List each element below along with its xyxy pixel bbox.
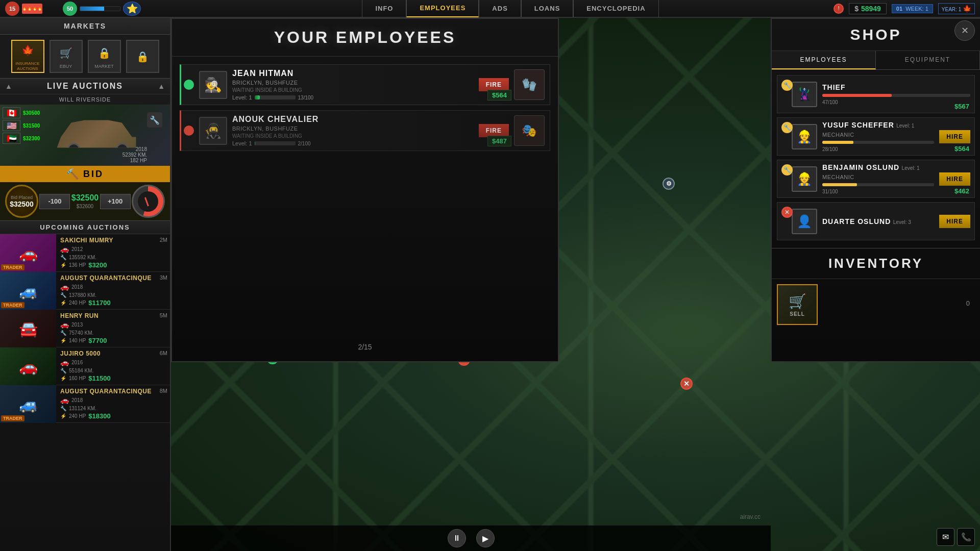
employee-info-1: JEAN HITMAN BRICKLYN, BUSHFUZE WAITING I… (232, 69, 474, 101)
shop-tab-equipment[interactable]: EQUIPMENT (876, 51, 980, 69)
hire-benjamin-button[interactable]: HIRE (939, 172, 970, 186)
inventory-count: 0 (966, 299, 970, 307)
sell-label: SELL (790, 311, 805, 317)
employee-list: 🕵️ JEAN HITMAN BRICKLYN, BUSHFUZE WAITIN… (172, 57, 558, 159)
badge-5: TRADER (1, 413, 24, 422)
auction-km-2: 🔧 137880 KM. (60, 292, 156, 298)
shop-panel: SHOP EMPLOYEES EQUIPMENT 🔧 🦹 THIEF 47/10… (771, 18, 980, 362)
auction-km-3: 🔧 75740 KM. (60, 330, 156, 336)
close-button[interactable]: ✕ (954, 20, 975, 41)
duarte-info: DUARTE OSLUND Level: 3 (822, 217, 934, 226)
employee-thumb-1: 🧤 (514, 69, 545, 100)
phone-icon[interactable]: 📞 (957, 528, 975, 546)
km-icon-5: 🔧 (60, 406, 66, 411)
inventory-title: INVENTORY (772, 248, 980, 279)
auction-flags: 🇨🇦 $30500 🇺🇸 $31500 🇦🇪 $32300 (3, 107, 40, 144)
employee-card-1: 🕵️ JEAN HITMAN BRICKLYN, BUSHFUZE WAITIN… (180, 64, 550, 105)
market-market[interactable]: 🔒 MARKET (88, 40, 121, 73)
year-3: 2013 (71, 322, 83, 328)
benjamin-role: MECHANIC (822, 174, 854, 180)
employee-thumb-2: 🎭 (514, 115, 545, 146)
upcoming-auctions-header: UPCOMING AUCTIONS (0, 220, 170, 234)
auction-item-3[interactable]: 🚘 HENRY RUN 🚗 2013 🔧 75740 KM. ⚡ 140 HP … (0, 310, 170, 347)
inventory-section: INVENTORY 🛒 SELL 0 (772, 248, 980, 330)
auction-img-5: 🚙 TRADER (0, 385, 56, 423)
bid-controls: Bid Placed $32500 -100 $32500 $32600 +10… (0, 182, 170, 220)
bid-placed-amount: $32500 (10, 200, 34, 208)
bid-label: BID (83, 169, 104, 180)
insurance-label: INSURANCEAUCTIONS (15, 61, 39, 71)
badge-1: TRADER (1, 262, 24, 271)
auction-item-5[interactable]: 🚙 TRADER AUGUST QUARANTACINQUE 🚗 2018 🔧 … (0, 385, 170, 423)
shop-tab-employees[interactable]: EMPLOYEES (772, 51, 876, 69)
benjamin-exp-bar-container (822, 183, 934, 186)
live-auctions-title: LIVE AUCTIONS (17, 82, 153, 91)
auction-item-1[interactable]: 🚗 TRADER SAKICHI MUMRY 🚗 2012 🔧 135592 K… (0, 234, 170, 272)
auction-img-4: 🚗 (0, 347, 56, 385)
nav-info[interactable]: INFO (362, 0, 406, 17)
auction-item-4[interactable]: 🚗 JUJIRO 5000 🚗 2016 🔧 55184 KM. ⚡ 160 H… (0, 347, 170, 385)
nav-ads[interactable]: ADS (479, 0, 521, 17)
timer-5: 8M (160, 385, 170, 394)
live-auctions-chevron-down[interactable]: ▲ (158, 82, 165, 90)
top-bar-right: ! $ 58949 01 WEEK: 1 YEAR: 1 🍁 (801, 3, 980, 14)
employee-level-row-1: Level: 1 13/100 (232, 94, 474, 101)
hire-duarte-button[interactable]: HIRE (939, 215, 970, 228)
pause-button[interactable]: ⏸ (448, 529, 466, 547)
auction-info-4: JUJIRO 5000 🚗 2016 🔧 55184 KM. ⚡ 160 HP … (56, 347, 160, 385)
map-marker-close-3[interactable]: ✕ (680, 378, 693, 390)
auction-km-5: 🔧 131124 KM. (60, 406, 156, 411)
auction-name-1: SAKICHI MUMRY (60, 237, 156, 244)
play-icon: ▶ (482, 534, 488, 543)
wrench-badge-2: 🔧 (781, 122, 793, 133)
hire-yusuf-button[interactable]: HIRE (939, 130, 970, 143)
sell-slot[interactable]: 🛒 SELL (777, 284, 818, 325)
bid-minus-button[interactable]: -100 (39, 194, 70, 209)
car-wheel-left (67, 143, 80, 156)
star-icon: ⭐ (123, 2, 141, 16)
auction-name-5: AUGUST QUARANTACINQUE (60, 388, 156, 395)
timer-2: 3M (160, 272, 170, 281)
alert-icon: ! (834, 4, 844, 14)
score-count: 50 (67, 6, 73, 12)
auction-img-3: 🚘 (0, 310, 56, 347)
live-auctions-header: ▲ LIVE AUCTIONS ▲ (0, 78, 170, 94)
exp-bar-fill-2 (255, 141, 256, 145)
thief-price: $567 (954, 103, 969, 110)
markets-title: MARKETS (64, 22, 106, 30)
auction-item-2[interactable]: 🚙 TRADER AUGUST QUARANTACINQUE 🚗 2018 🔧 … (0, 272, 170, 310)
map-marker-gear[interactable]: ⚙ (663, 178, 675, 190)
live-auctions-chevron-up[interactable]: ▲ (5, 82, 12, 90)
upcoming-auctions-title: UPCOMING AUCTIONS (40, 223, 130, 231)
fire-bar: 🔥🔥🔥🔥 (22, 4, 42, 14)
year-2: 2018 (71, 284, 83, 290)
shop-list: 🔧 🦹 THIEF 47/100 $567 🔧 👷 YUSUF SCHEFFER… (772, 70, 980, 245)
km-icon-3: 🔧 (60, 330, 66, 336)
benjamin-exp-text: 31/100 (822, 189, 838, 194)
market-insurance-auctions[interactable]: 🍁 INSURANCEAUCTIONS (11, 40, 44, 73)
mail-icon[interactable]: ✉ (937, 528, 954, 546)
bid-plus-button[interactable]: +100 (100, 194, 131, 209)
bid-current-amount: $32500 (71, 193, 99, 203)
market-locked[interactable]: 🔒 (126, 40, 159, 73)
car-year: 2018 (122, 146, 147, 152)
employee-status-dot-2 (184, 126, 194, 136)
yusuf-name: YUSUF SCHEFFER (822, 121, 894, 129)
salary-tag-2: $487 (487, 136, 511, 146)
nav-loans[interactable]: LOANS (521, 0, 574, 17)
flag-row-1: 🇨🇦 $30500 (3, 107, 40, 118)
notification-icon[interactable]: 15 (5, 2, 19, 16)
employee-name-2: ANOUK CHEVALIER (232, 115, 474, 124)
yusuf-exp-bar (822, 141, 853, 144)
score-icon[interactable]: 50 (63, 2, 77, 16)
pause-icon: ⏸ (453, 534, 461, 543)
bid-button[interactable]: 🔨 BID (0, 166, 170, 182)
market-ebuy[interactable]: 🛒 EBUY (50, 40, 83, 73)
hp-5: 240 HP (69, 413, 86, 419)
wrench-icon[interactable]: 🔧 (147, 112, 162, 128)
nav-employees[interactable]: EMPLOYEES (406, 0, 479, 17)
price-5: $18300 (88, 412, 110, 420)
nav-encyclopedia[interactable]: ENCYCLOPEDIA (573, 0, 658, 17)
play-button[interactable]: ▶ (476, 529, 495, 547)
car-icon-5: 🚗 (60, 396, 69, 404)
